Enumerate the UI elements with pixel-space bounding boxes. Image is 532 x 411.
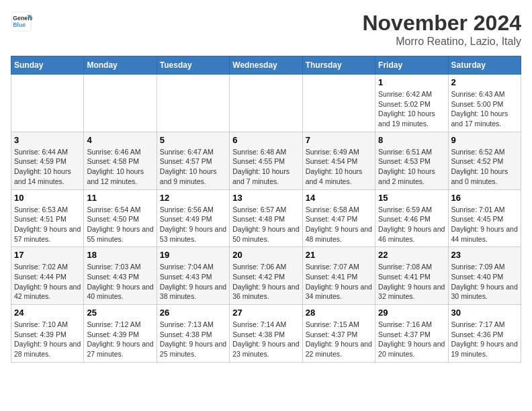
day-cell: 10Sunrise: 6:53 AM Sunset: 4:51 PM Dayli…	[11, 189, 84, 247]
day-number: 17	[14, 250, 81, 260]
day-info: Sunrise: 6:58 AM Sunset: 4:47 PM Dayligh…	[306, 205, 372, 244]
day-info: Sunrise: 7:16 AM Sunset: 4:37 PM Dayligh…	[378, 320, 445, 359]
day-number: 28	[306, 308, 372, 318]
day-cell: 8Sunrise: 6:51 AM Sunset: 4:53 PM Daylig…	[375, 132, 448, 189]
day-cell: 25Sunrise: 7:12 AM Sunset: 4:39 PM Dayli…	[84, 305, 157, 363]
logo-icon: General Blue	[11, 11, 32, 32]
day-cell: 2Sunrise: 6:43 AM Sunset: 5:00 PM Daylig…	[448, 75, 521, 132]
day-cell: 1Sunrise: 6:42 AM Sunset: 5:02 PM Daylig…	[375, 75, 448, 132]
day-info: Sunrise: 6:42 AM Sunset: 5:02 PM Dayligh…	[378, 89, 445, 129]
col-sunday: Sunday	[11, 56, 84, 75]
day-info: Sunrise: 7:14 AM Sunset: 4:38 PM Dayligh…	[232, 320, 299, 359]
day-number: 14	[306, 193, 372, 203]
week-row-5: 24Sunrise: 7:10 AM Sunset: 4:39 PM Dayli…	[11, 305, 521, 363]
day-info: Sunrise: 7:17 AM Sunset: 4:36 PM Dayligh…	[451, 320, 518, 359]
title-block: November 2024 Morro Reatino, Lazio, Ital…	[362, 11, 521, 48]
day-cell: 21Sunrise: 7:07 AM Sunset: 4:41 PM Dayli…	[302, 247, 375, 305]
calendar-table: Sunday Monday Tuesday Wednesday Thursday…	[11, 56, 521, 363]
svg-text:Blue: Blue	[13, 21, 26, 28]
col-wednesday: Wednesday	[230, 56, 302, 75]
col-monday: Monday	[84, 56, 157, 75]
day-number: 13	[232, 193, 299, 203]
day-cell: 20Sunrise: 7:06 AM Sunset: 4:42 PM Dayli…	[230, 247, 302, 305]
day-cell	[11, 75, 84, 132]
day-cell: 7Sunrise: 6:49 AM Sunset: 4:54 PM Daylig…	[302, 132, 375, 189]
day-info: Sunrise: 6:47 AM Sunset: 4:57 PM Dayligh…	[160, 147, 226, 187]
day-info: Sunrise: 6:44 AM Sunset: 4:59 PM Dayligh…	[14, 147, 81, 187]
day-info: Sunrise: 7:09 AM Sunset: 4:40 PM Dayligh…	[451, 262, 518, 302]
day-number: 24	[14, 308, 81, 318]
day-number: 30	[451, 308, 518, 318]
day-info: Sunrise: 7:03 AM Sunset: 4:43 PM Dayligh…	[87, 262, 153, 302]
day-number: 20	[232, 250, 299, 260]
page-header: General Blue November 2024 Morro Reatino…	[11, 11, 521, 48]
day-number: 12	[160, 193, 226, 203]
day-cell	[302, 75, 375, 132]
day-info: Sunrise: 7:08 AM Sunset: 4:41 PM Dayligh…	[378, 262, 445, 302]
day-cell: 17Sunrise: 7:02 AM Sunset: 4:44 PM Dayli…	[11, 247, 84, 305]
day-info: Sunrise: 7:02 AM Sunset: 4:44 PM Dayligh…	[14, 262, 81, 302]
day-number: 2	[451, 77, 518, 87]
month-title: November 2024	[362, 11, 521, 36]
day-info: Sunrise: 7:01 AM Sunset: 4:45 PM Dayligh…	[451, 205, 518, 244]
week-row-4: 17Sunrise: 7:02 AM Sunset: 4:44 PM Dayli…	[11, 247, 521, 305]
calendar-header-row: Sunday Monday Tuesday Wednesday Thursday…	[11, 56, 521, 75]
day-info: Sunrise: 6:54 AM Sunset: 4:50 PM Dayligh…	[87, 205, 153, 244]
day-cell: 26Sunrise: 7:13 AM Sunset: 4:38 PM Dayli…	[157, 305, 229, 363]
day-info: Sunrise: 6:43 AM Sunset: 5:00 PM Dayligh…	[451, 89, 518, 129]
day-cell: 14Sunrise: 6:58 AM Sunset: 4:47 PM Dayli…	[302, 189, 375, 247]
day-number: 27	[232, 308, 299, 318]
day-number: 3	[14, 135, 81, 145]
day-cell: 24Sunrise: 7:10 AM Sunset: 4:39 PM Dayli…	[11, 305, 84, 363]
day-cell: 5Sunrise: 6:47 AM Sunset: 4:57 PM Daylig…	[157, 132, 229, 189]
day-number: 9	[451, 135, 518, 145]
day-info: Sunrise: 6:48 AM Sunset: 4:55 PM Dayligh…	[232, 147, 299, 187]
day-info: Sunrise: 6:46 AM Sunset: 4:58 PM Dayligh…	[87, 147, 153, 187]
day-cell: 22Sunrise: 7:08 AM Sunset: 4:41 PM Dayli…	[375, 247, 448, 305]
day-cell: 9Sunrise: 6:52 AM Sunset: 4:52 PM Daylig…	[448, 132, 521, 189]
day-number: 8	[378, 135, 445, 145]
day-info: Sunrise: 7:07 AM Sunset: 4:41 PM Dayligh…	[306, 262, 372, 302]
week-row-2: 3Sunrise: 6:44 AM Sunset: 4:59 PM Daylig…	[11, 132, 521, 189]
day-cell: 18Sunrise: 7:03 AM Sunset: 4:43 PM Dayli…	[84, 247, 157, 305]
week-row-3: 10Sunrise: 6:53 AM Sunset: 4:51 PM Dayli…	[11, 189, 521, 247]
day-cell: 4Sunrise: 6:46 AM Sunset: 4:58 PM Daylig…	[84, 132, 157, 189]
day-info: Sunrise: 6:52 AM Sunset: 4:52 PM Dayligh…	[451, 147, 518, 187]
day-info: Sunrise: 6:49 AM Sunset: 4:54 PM Dayligh…	[306, 147, 372, 187]
day-cell: 12Sunrise: 6:56 AM Sunset: 4:49 PM Dayli…	[157, 189, 229, 247]
col-tuesday: Tuesday	[157, 56, 229, 75]
day-number: 6	[232, 135, 299, 145]
day-number: 25	[87, 308, 153, 318]
day-number: 11	[87, 193, 153, 203]
day-cell: 11Sunrise: 6:54 AM Sunset: 4:50 PM Dayli…	[84, 189, 157, 247]
day-number: 10	[14, 193, 81, 203]
day-cell	[157, 75, 229, 132]
day-info: Sunrise: 7:12 AM Sunset: 4:39 PM Dayligh…	[87, 320, 153, 359]
day-number: 21	[306, 250, 372, 260]
day-cell: 13Sunrise: 6:57 AM Sunset: 4:48 PM Dayli…	[230, 189, 302, 247]
day-number: 26	[160, 308, 226, 318]
day-number: 5	[160, 135, 226, 145]
day-cell: 28Sunrise: 7:15 AM Sunset: 4:37 PM Dayli…	[302, 305, 375, 363]
day-cell: 6Sunrise: 6:48 AM Sunset: 4:55 PM Daylig…	[230, 132, 302, 189]
col-thursday: Thursday	[302, 56, 375, 75]
week-row-1: 1Sunrise: 6:42 AM Sunset: 5:02 PM Daylig…	[11, 75, 521, 132]
day-number: 7	[306, 135, 372, 145]
day-cell: 16Sunrise: 7:01 AM Sunset: 4:45 PM Dayli…	[448, 189, 521, 247]
day-cell	[84, 75, 157, 132]
day-info: Sunrise: 6:57 AM Sunset: 4:48 PM Dayligh…	[232, 205, 299, 244]
day-number: 16	[451, 193, 518, 203]
location: Morro Reatino, Lazio, Italy	[362, 36, 521, 48]
day-info: Sunrise: 7:13 AM Sunset: 4:38 PM Dayligh…	[160, 320, 226, 359]
day-cell: 3Sunrise: 6:44 AM Sunset: 4:59 PM Daylig…	[11, 132, 84, 189]
day-info: Sunrise: 7:15 AM Sunset: 4:37 PM Dayligh…	[306, 320, 372, 359]
day-cell: 19Sunrise: 7:04 AM Sunset: 4:43 PM Dayli…	[157, 247, 229, 305]
day-info: Sunrise: 6:51 AM Sunset: 4:53 PM Dayligh…	[378, 147, 445, 187]
day-number: 22	[378, 250, 445, 260]
day-info: Sunrise: 7:06 AM Sunset: 4:42 PM Dayligh…	[232, 262, 299, 302]
day-number: 18	[87, 250, 153, 260]
day-number: 4	[87, 135, 153, 145]
col-saturday: Saturday	[448, 56, 521, 75]
day-info: Sunrise: 6:59 AM Sunset: 4:46 PM Dayligh…	[378, 205, 445, 244]
day-number: 1	[378, 77, 445, 87]
